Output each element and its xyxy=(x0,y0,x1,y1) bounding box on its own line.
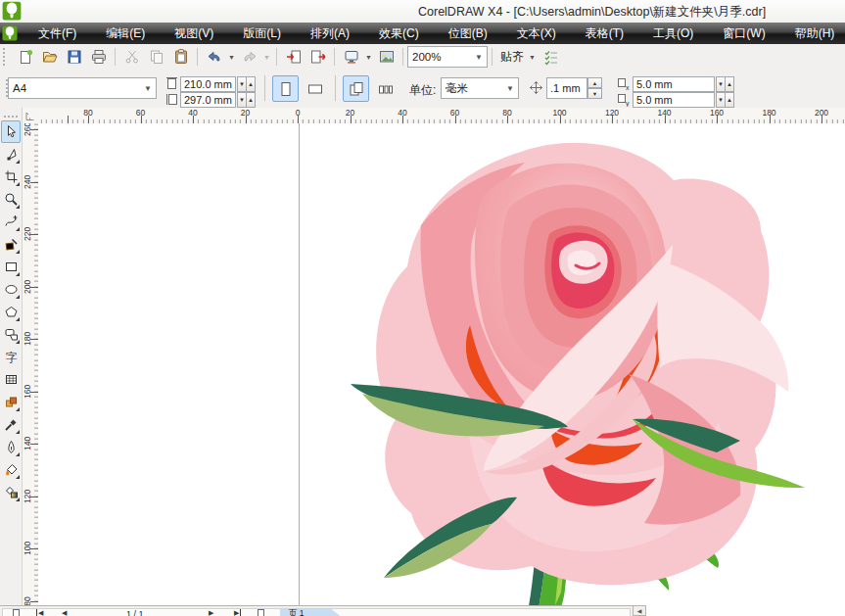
duplicate-distance-y-field[interactable]: 5.0 mm xyxy=(633,92,715,108)
menu-item-版面(L)[interactable]: 版面(L) xyxy=(228,23,296,44)
page-tab[interactable]: 页 1 xyxy=(280,609,343,616)
paper-width-spinner[interactable]: ▼▲ xyxy=(238,76,256,92)
menu-item-表格(T)[interactable]: 表格(T) xyxy=(571,23,638,44)
table-tool[interactable] xyxy=(1,368,21,391)
chevron-down-icon: ▼ xyxy=(138,84,152,93)
menu-item-文件(F)[interactable]: 文件(F) xyxy=(23,23,91,44)
previous-page-button[interactable]: ◀ xyxy=(62,609,67,616)
menu-item-编辑(E)[interactable]: 编辑(E) xyxy=(91,23,160,44)
paper-preset-combo[interactable]: A4 ▼ xyxy=(8,77,157,99)
ellipse-tool[interactable] xyxy=(1,278,21,301)
document-app-icon[interactable] xyxy=(2,25,18,41)
welcome-screen-button[interactable] xyxy=(374,46,399,68)
print-button[interactable] xyxy=(86,46,111,68)
paper-height-spinner[interactable]: ▼▲ xyxy=(238,92,256,108)
vertical-ruler[interactable]: 26024022020018016014012010080 xyxy=(22,123,39,605)
outline-tool[interactable] xyxy=(1,436,21,458)
smart-fill-tool[interactable] xyxy=(1,233,21,256)
toolbar-separator xyxy=(334,48,335,66)
propbar-separator xyxy=(335,75,336,101)
v-ruler-major-ticks xyxy=(30,123,38,605)
facing-pages-layout-button[interactable] xyxy=(372,75,399,102)
toolbar-grip[interactable] xyxy=(3,48,9,66)
flyout-indicator xyxy=(16,227,20,231)
add-page-icon[interactable] xyxy=(13,609,20,616)
application-launcher-dropdown[interactable]: ▼ xyxy=(363,46,374,68)
page-icon[interactable] xyxy=(258,609,264,616)
app-icon[interactable] xyxy=(2,1,22,21)
next-page-button[interactable]: ▶ xyxy=(209,609,213,616)
paper-height-field[interactable]: 297.0 mm xyxy=(180,92,236,108)
horizontal-ruler[interactable]: 80604020020406080100120140160180200 xyxy=(38,108,845,124)
cut-button[interactable] xyxy=(119,46,144,68)
open-document-button[interactable] xyxy=(37,46,62,68)
menu-item-帮助(H)[interactable]: 帮助(H) xyxy=(780,23,845,44)
save-button[interactable] xyxy=(62,46,86,68)
ruler-origin[interactable] xyxy=(22,108,39,124)
toolbar-separator xyxy=(492,48,493,66)
status-bar: ◀ ◀ 1 / 1 ▶ ▶ 页 1 ◀ xyxy=(0,605,845,616)
toolbar-separator xyxy=(402,48,403,66)
copy-button[interactable] xyxy=(144,46,168,68)
nudge-offset-spinner[interactable]: ▲▼ xyxy=(587,77,602,99)
last-page-button[interactable]: ▶ xyxy=(234,609,241,616)
duplicate-distance-x-field[interactable]: 5.0 mm xyxy=(633,76,715,92)
menu-item-窗口(W)[interactable]: 窗口(W) xyxy=(708,23,779,44)
menu-item-文本(X)[interactable]: 文本(X) xyxy=(502,23,571,44)
h-ruler-label: 200 xyxy=(815,108,828,118)
zoom-tool[interactable] xyxy=(1,188,21,211)
all-pages-layout-button[interactable] xyxy=(343,75,369,102)
rectangle-tool[interactable] xyxy=(1,256,21,278)
paper-height-icon xyxy=(165,92,178,106)
shape-tool[interactable] xyxy=(1,143,21,166)
crop-tool[interactable] xyxy=(1,166,21,188)
menu-item-效果(C)[interactable]: 效果(C) xyxy=(364,23,434,44)
flyout-indicator xyxy=(16,272,20,276)
units-combo[interactable]: 毫米 ▼ xyxy=(441,77,519,99)
options-button[interactable] xyxy=(540,46,564,68)
basic-shapes-tool[interactable] xyxy=(1,323,21,346)
interactive-fill-tool[interactable] xyxy=(1,481,21,503)
polygon-tool[interactable] xyxy=(1,301,21,323)
duplicate-distance-y-icon: y xyxy=(617,93,631,107)
export-button[interactable] xyxy=(305,46,330,68)
h-ruler-label: 40 xyxy=(398,108,406,118)
rose-artwork[interactable] xyxy=(323,137,842,605)
import-button[interactable] xyxy=(281,46,305,68)
snap-to-button[interactable]: 贴齐 ▼ xyxy=(496,46,540,68)
first-page-button[interactable]: ◀ xyxy=(36,609,43,616)
paste-button[interactable] xyxy=(168,46,193,68)
paper-height-value: 297.0 mm xyxy=(184,94,232,106)
redo-dropdown[interactable]: ▼ xyxy=(261,46,272,68)
nudge-offset-field[interactable]: .1 mm xyxy=(546,77,587,99)
flyout-indicator xyxy=(16,475,20,479)
flyout-indicator xyxy=(16,295,20,299)
application-launcher-button[interactable] xyxy=(339,46,363,68)
zoom-level-combo[interactable]: 200% ▼ xyxy=(407,46,488,68)
scroll-left-button[interactable]: ◀ xyxy=(633,605,646,616)
blend-tool[interactable] xyxy=(1,391,21,413)
freehand-tool[interactable] xyxy=(1,211,21,233)
portrait-orientation-button[interactable] xyxy=(272,75,299,102)
duplicate-x-spinner[interactable]: ▼▲ xyxy=(717,76,734,92)
undo-dropdown[interactable]: ▼ xyxy=(226,46,237,68)
landscape-orientation-button[interactable] xyxy=(302,75,328,102)
menu-item-视图(V)[interactable]: 视图(V) xyxy=(160,23,228,44)
duplicate-y-spinner[interactable]: ▼▲ xyxy=(717,92,734,108)
new-document-button[interactable] xyxy=(13,46,37,68)
paper-width-field[interactable]: 210.0 mm xyxy=(180,76,236,92)
undo-button[interactable] xyxy=(202,46,226,68)
pick-tool[interactable] xyxy=(1,120,21,143)
canvas[interactable] xyxy=(38,123,845,605)
menu-item-位图(B)[interactable]: 位图(B) xyxy=(434,23,502,44)
toolbox-grip[interactable] xyxy=(4,110,18,118)
menu-item-工具(O)[interactable]: 工具(O) xyxy=(638,23,708,44)
text-tool[interactable]: 字 xyxy=(1,346,21,368)
eyedropper-tool[interactable] xyxy=(1,413,21,436)
fill-tool[interactable] xyxy=(1,458,21,481)
redo-button[interactable] xyxy=(237,46,261,68)
menu-item-排列(A)[interactable]: 排列(A) xyxy=(296,23,364,44)
v-ruler-label: 160 xyxy=(23,385,32,399)
v-ruler-label: 100 xyxy=(23,542,32,555)
standard-toolbar: ▼ ▼ ▼ 200% ▼ 贴齐 ▼ xyxy=(0,44,845,71)
